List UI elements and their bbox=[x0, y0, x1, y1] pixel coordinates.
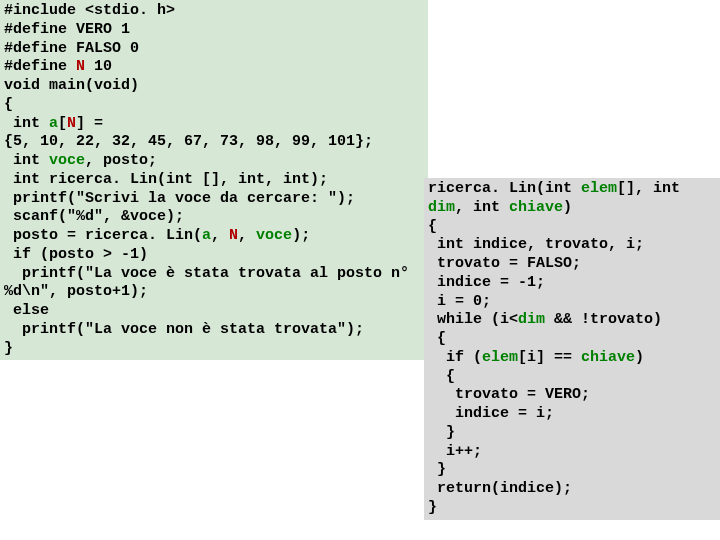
code-line: #define FALSO 0 bbox=[4, 40, 139, 57]
code-line: { bbox=[428, 330, 446, 347]
macro-n: N bbox=[229, 227, 238, 244]
code-line: #include <stdio. h> bbox=[4, 2, 175, 19]
code-line: printf("La voce non è stata trovata"); bbox=[4, 321, 364, 338]
code-token: int bbox=[4, 152, 49, 169]
code-line: } bbox=[428, 461, 446, 478]
code-line: int ricerca. Lin(int [], int, int); bbox=[4, 171, 328, 188]
code-token: , posto; bbox=[85, 152, 157, 169]
code-token: 10 bbox=[85, 58, 112, 75]
code-line: i++; bbox=[428, 443, 482, 460]
code-token: ) bbox=[635, 349, 644, 366]
param-elem: elem bbox=[581, 180, 617, 197]
code-token: ) bbox=[563, 199, 572, 216]
code-function: ricerca. Lin(int elem[], int dim, int ch… bbox=[424, 178, 720, 520]
code-line: } bbox=[4, 340, 13, 357]
macro-n: N bbox=[67, 115, 76, 132]
code-token: #define bbox=[4, 58, 76, 75]
code-line: { bbox=[428, 368, 455, 385]
code-token: [ bbox=[58, 115, 67, 132]
code-line: {5, 10, 22, 32, 45, 67, 73, 98, 99, 101}… bbox=[4, 133, 373, 150]
code-line: if (posto > -1) bbox=[4, 246, 148, 263]
code-token: ); bbox=[292, 227, 310, 244]
code-line: trovato = FALSO; bbox=[428, 255, 581, 272]
param-dim: dim bbox=[518, 311, 545, 328]
code-token: while (i< bbox=[428, 311, 518, 328]
code-line: void main(void) bbox=[4, 77, 139, 94]
code-token: ] = bbox=[76, 115, 103, 132]
code-token: [i] == bbox=[518, 349, 581, 366]
code-token: , bbox=[211, 227, 229, 244]
code-line: i = 0; bbox=[428, 293, 491, 310]
code-line: trovato = VERO; bbox=[428, 386, 590, 403]
param-chiave: chiave bbox=[509, 199, 563, 216]
code-line: { bbox=[428, 218, 437, 235]
code-token: , int bbox=[455, 199, 509, 216]
macro-n: N bbox=[76, 58, 85, 75]
code-token: if ( bbox=[428, 349, 482, 366]
code-line: indice = -1; bbox=[428, 274, 545, 291]
param-dim: dim bbox=[428, 199, 455, 216]
var-voce: voce bbox=[49, 152, 85, 169]
code-line: scanf("%d", &voce); bbox=[4, 208, 184, 225]
var-a: a bbox=[49, 115, 58, 132]
code-main: #include <stdio. h> #define VERO 1 #defi… bbox=[0, 0, 428, 360]
code-token: , bbox=[238, 227, 256, 244]
code-line: printf("Scrivi la voce da cercare: "); bbox=[4, 190, 355, 207]
var-a: a bbox=[202, 227, 211, 244]
code-line: } bbox=[428, 499, 437, 516]
code-token: int bbox=[4, 115, 49, 132]
code-line: { bbox=[4, 96, 13, 113]
param-chiave: chiave bbox=[581, 349, 635, 366]
code-token: [], int bbox=[617, 180, 689, 197]
code-line: else bbox=[4, 302, 49, 319]
code-token: && !trovato) bbox=[545, 311, 662, 328]
code-line: int indice, trovato, i; bbox=[428, 236, 644, 253]
param-elem: elem bbox=[482, 349, 518, 366]
code-line: return(indice); bbox=[428, 480, 572, 497]
code-token: ricerca. Lin(int bbox=[428, 180, 581, 197]
code-line: printf("La voce è stata trovata al posto… bbox=[4, 265, 418, 301]
code-line: #define VERO 1 bbox=[4, 21, 130, 38]
code-line: } bbox=[428, 424, 455, 441]
var-voce: voce bbox=[256, 227, 292, 244]
code-line: indice = i; bbox=[428, 405, 554, 422]
code-token: posto = ricerca. Lin( bbox=[4, 227, 202, 244]
